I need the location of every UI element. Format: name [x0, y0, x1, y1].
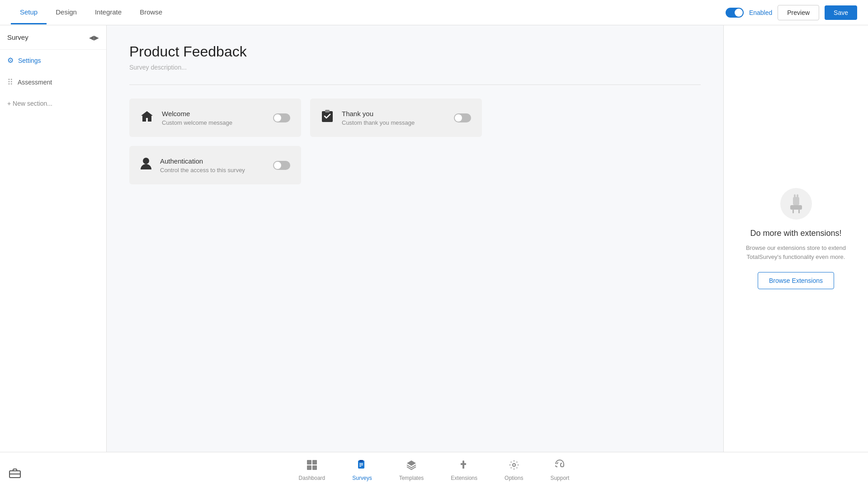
auth-card-text: Authentication Control the access to thi… — [160, 157, 245, 174]
auth-card-left: Authentication Control the access to thi… — [140, 157, 245, 174]
bottom-nav-templates-label: Templates — [399, 475, 424, 481]
tab-browse[interactable]: Browse — [131, 1, 171, 24]
svg-rect-13 — [312, 460, 317, 465]
thankyou-card-text: Thank you Custom thank you message — [342, 110, 415, 126]
welcome-card[interactable]: Welcome Custom welcome message — [129, 99, 301, 137]
enabled-label: Enabled — [749, 9, 772, 16]
main-content: Product Feedback Survey description... W… — [107, 25, 723, 452]
svg-point-21 — [513, 464, 515, 466]
bottom-nav-templates[interactable]: Templates — [399, 460, 424, 481]
bottom-nav: Dashboard Surveys Templates — [0, 452, 868, 488]
extension-promo-desc: Browse our extensions store to extend To… — [737, 244, 854, 261]
svg-rect-14 — [307, 465, 311, 470]
check-clipboard-icon — [321, 109, 334, 126]
auth-card-title: Authentication — [160, 157, 245, 165]
bottom-nav-options-label: Options — [505, 475, 523, 481]
add-section-button[interactable]: + New section... — [0, 94, 106, 113]
grid-icon: ⠿ — [7, 77, 13, 87]
welcome-card-title: Welcome — [162, 110, 232, 117]
tab-design[interactable]: Design — [47, 1, 86, 24]
bottom-nav-support-label: Support — [550, 475, 569, 481]
right-panel: Do more with extensions! Browse our exte… — [723, 25, 868, 452]
extensions-icon — [459, 460, 470, 473]
thankyou-card-subtitle: Custom thank you message — [342, 119, 415, 126]
auth-toggle[interactable] — [273, 161, 290, 170]
sidebar-item-assessment[interactable]: ⠿ Assessment — [0, 71, 106, 94]
welcome-card-left: Welcome Custom welcome message — [140, 110, 232, 126]
cards-grid: Welcome Custom welcome message — [129, 99, 482, 184]
nav-tabs: Setup Design Integrate Browse — [11, 1, 726, 24]
welcome-toggle[interactable] — [273, 113, 290, 122]
briefcase-icon[interactable] — [9, 468, 21, 481]
bottom-nav-dashboard-label: Dashboard — [299, 475, 326, 481]
person-icon — [140, 157, 152, 174]
options-icon — [509, 460, 519, 473]
surveys-icon — [357, 460, 368, 473]
sidebar-item-assessment-label: Assessment — [18, 79, 52, 86]
extension-promo-title: Do more with extensions! — [750, 229, 841, 238]
sidebar-collapse-icon[interactable]: ◀▶ — [89, 34, 99, 41]
svg-rect-9 — [798, 210, 800, 213]
top-nav: Setup Design Integrate Browse Enabled Pr… — [0, 0, 868, 25]
svg-rect-12 — [307, 460, 311, 465]
svg-rect-4 — [793, 197, 799, 205]
svg-rect-1 — [325, 110, 330, 113]
welcome-card-subtitle: Custom welcome message — [162, 119, 232, 126]
sidebar-item-settings-label: Settings — [18, 57, 41, 64]
settings-icon: ⚙ — [7, 56, 14, 65]
svg-rect-15 — [312, 465, 317, 470]
sidebar-header: Survey ◀▶ — [0, 25, 106, 50]
survey-description: Survey description... — [129, 64, 701, 71]
thankyou-card-left: Thank you Custom thank you message — [321, 109, 415, 126]
auth-card[interactable]: Authentication Control the access to thi… — [129, 146, 301, 184]
svg-rect-5 — [794, 194, 796, 198]
body-container: Survey ◀▶ ⚙ Settings ⠿ Assessment + New … — [0, 25, 868, 452]
bottom-nav-surveys[interactable]: Surveys — [352, 460, 372, 481]
dashboard-icon — [307, 460, 317, 473]
bottom-nav-dashboard[interactable]: Dashboard — [299, 460, 326, 481]
tab-integrate[interactable]: Integrate — [86, 1, 131, 24]
browse-extensions-button[interactable]: Browse Extensions — [758, 272, 834, 289]
bottom-nav-extensions[interactable]: Extensions — [451, 460, 477, 481]
add-section-label: + New section... — [7, 100, 52, 107]
welcome-card-text: Welcome Custom welcome message — [162, 110, 232, 126]
thankyou-toggle[interactable] — [454, 113, 471, 122]
survey-title: Product Feedback — [129, 43, 701, 60]
enabled-toggle[interactable] — [726, 8, 744, 18]
preview-button[interactable]: Preview — [778, 5, 819, 20]
sidebar-item-settings[interactable]: ⚙ Settings — [0, 50, 106, 71]
nav-right-actions: Enabled Preview Save — [726, 5, 857, 20]
svg-point-2 — [143, 158, 149, 164]
bottom-nav-support[interactable]: Support — [550, 460, 569, 481]
support-icon — [554, 460, 565, 473]
bottom-nav-extensions-label: Extensions — [451, 475, 477, 481]
thankyou-card-title: Thank you — [342, 110, 415, 117]
bottom-nav-options[interactable]: Options — [505, 460, 523, 481]
auth-card-subtitle: Control the access to this survey — [160, 167, 245, 174]
sidebar: Survey ◀▶ ⚙ Settings ⠿ Assessment + New … — [0, 25, 107, 452]
templates-icon — [406, 460, 417, 473]
tab-setup[interactable]: Setup — [11, 1, 47, 24]
bottom-nav-surveys-label: Surveys — [352, 475, 372, 481]
svg-rect-6 — [797, 194, 798, 198]
svg-rect-7 — [790, 205, 802, 210]
thankyou-card[interactable]: Thank you Custom thank you message — [310, 99, 482, 137]
home-icon — [140, 110, 154, 126]
svg-rect-8 — [793, 210, 794, 213]
svg-rect-17 — [359, 460, 363, 462]
extension-plug-icon — [780, 188, 812, 220]
section-divider — [129, 84, 701, 85]
save-button[interactable]: Save — [825, 5, 857, 20]
sidebar-title: Survey — [7, 33, 28, 41]
